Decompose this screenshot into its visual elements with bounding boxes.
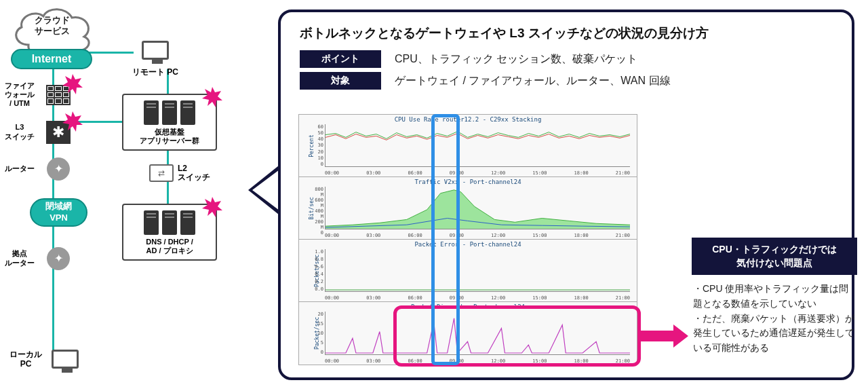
error-chart: Packet Error - Port-channel24 Packet/sec… xyxy=(299,240,637,302)
firewall-node: ファイア ウォール / UTM xyxy=(0,81,115,109)
site-router-node: 拠点 ルーター ✦ xyxy=(0,246,115,272)
l3-switch-label: L3 スイッチ xyxy=(0,123,39,141)
target-label: 対象 xyxy=(300,72,381,90)
l2-switch-icon: ⇄ xyxy=(149,164,174,182)
chart-body xyxy=(325,312,630,355)
point-label: ポイント xyxy=(300,50,381,68)
svg-marker-0 xyxy=(62,74,83,94)
insight-body: ・CPU 使用率やトラフィック量は問題となる数値を示していない ・ただ、廃棄パケ… xyxy=(692,275,857,362)
chart-yticks: 800 M600 M400 M200 M0 xyxy=(313,187,323,229)
chart-yticks: 1.00.80.60.40.20.0 xyxy=(313,249,323,292)
site-router-label: 拠点 ルーター xyxy=(0,249,39,267)
point-value: CPU、トラフィック セッション数、破棄パケット xyxy=(395,52,637,67)
l3-switch-icon: ✱ xyxy=(43,119,73,145)
remote-pc-label: リモート PC xyxy=(132,67,178,78)
chart-title: Packet Discard - Port-channel24 xyxy=(299,303,637,310)
l3-switch-node: L3 スイッチ ✱ xyxy=(0,119,115,145)
server-rack-icon xyxy=(130,100,209,125)
pink-arrow-icon xyxy=(641,324,688,348)
chart-title: CPU Use Rate router12.2 - C29xx Stacking xyxy=(299,116,637,123)
svg-marker-2 xyxy=(202,87,222,107)
svg-marker-4 xyxy=(326,190,630,229)
srv-box1-caption2: アプリサーバー群 xyxy=(130,136,209,145)
firewall-icon xyxy=(43,82,73,108)
device-chain: ファイア ウォール / UTM L3 スイッチ ✱ ルーター ✦ 閉域網 VPN xyxy=(0,81,115,282)
target-row: 対象 ゲートウェイ / ファイアウォール、ルーター、WAN 回線 xyxy=(300,72,835,90)
virtual-server-group: 仮想基盤 アプリサーバー群 xyxy=(122,94,217,151)
chart-yticks: 6050403020100 xyxy=(313,124,323,167)
infra-server-group: DNS / DHCP / AD / プロキシ xyxy=(122,204,217,261)
point-row: ポイント CPU、トラフィック セッション数、破棄パケット xyxy=(300,50,835,68)
local-pc: ローカル PC xyxy=(7,350,79,369)
chart-body xyxy=(325,124,630,167)
router-node: ルーター ✦ xyxy=(0,156,115,182)
chart-xlabels: 00:0003:0006:0009:0012:0015:0018:0021:00 xyxy=(325,295,630,301)
chart-title: Packet Error - Port-channel24 xyxy=(299,241,637,248)
network-diagram: クラウド サービス Internet リモート PC ファイア ウォール / U… xyxy=(0,0,271,391)
svg-marker-1 xyxy=(62,111,83,132)
insight-box: CPU・トラフィックだけでは 気付けない問題点 ・CPU 使用率やトラフィック量… xyxy=(692,238,857,362)
vpn-badge: 閉域網 VPN xyxy=(30,198,87,227)
alert-star-icon xyxy=(62,111,83,132)
server-rack-icon xyxy=(130,210,209,235)
remote-pc: リモート PC xyxy=(132,41,178,78)
alert-star-icon xyxy=(62,74,83,94)
chart-yticks: 20151050 xyxy=(313,312,323,355)
l2-switch-label: L2 スイッチ xyxy=(178,164,210,182)
chart-body xyxy=(325,249,630,292)
firewall-label: ファイア ウォール / UTM xyxy=(0,81,39,109)
cloud-label: クラウド サービス xyxy=(8,15,96,36)
target-value: ゲートウェイ / ファイアウォール、ルーター、WAN 回線 xyxy=(395,74,671,88)
srv-box2-caption2: AD / プロキシ xyxy=(130,246,209,255)
router-label: ルーター xyxy=(0,164,39,173)
cloud-label-line1: クラウド xyxy=(8,15,96,26)
monitor-icon xyxy=(142,41,169,60)
chart-title: Traffic V2xx - Port-channel24 xyxy=(299,179,637,185)
callout-title: ボトルネックとなるゲートウェイや L3 スイッチなどの状況の見分け方 xyxy=(300,24,835,42)
chart-xlabels: 00:0003:0006:0009:0012:0015:0018:0021:00 xyxy=(325,358,630,364)
callout-tail xyxy=(248,163,282,217)
svg-marker-3 xyxy=(202,197,222,217)
alert-star-icon xyxy=(202,87,222,107)
router-icon: ✦ xyxy=(43,156,73,182)
alert-star-icon xyxy=(202,197,222,217)
vpn-node: 閉域網 VPN xyxy=(0,193,115,232)
internet-badge: Internet xyxy=(11,49,92,69)
srv-box1-caption1: 仮想基盤 xyxy=(130,128,209,136)
chart-xlabels: 00:0003:0006:0009:0012:0015:0018:0021:00 xyxy=(325,233,630,238)
charts-stack: CPU Use Rate router12.2 - C29xx Stacking… xyxy=(298,114,637,365)
srv-box2-caption1: DNS / DHCP / xyxy=(130,238,209,246)
chart-xlabels: 00:0003:0006:0009:0012:0015:0018:0021:00 xyxy=(325,170,630,176)
discard-chart: Packet Discard - Port-channel24 Packet/s… xyxy=(299,302,637,365)
cpu-chart: CPU Use Rate router12.2 - C29xx Stacking… xyxy=(299,115,637,177)
l2-switch: ⇄ L2 スイッチ xyxy=(149,164,210,182)
traffic-chart: Traffic V2xx - Port-channel24 Bit/sec 80… xyxy=(299,177,637,240)
site-router-icon: ✦ xyxy=(43,246,73,272)
insight-header: CPU・トラフィックだけでは 気付けない問題点 xyxy=(692,238,857,275)
monitor-icon xyxy=(52,350,79,369)
cloud-label-line2: サービス xyxy=(8,26,96,37)
local-pc-label: ローカル PC xyxy=(7,350,45,369)
chart-body xyxy=(325,187,630,229)
